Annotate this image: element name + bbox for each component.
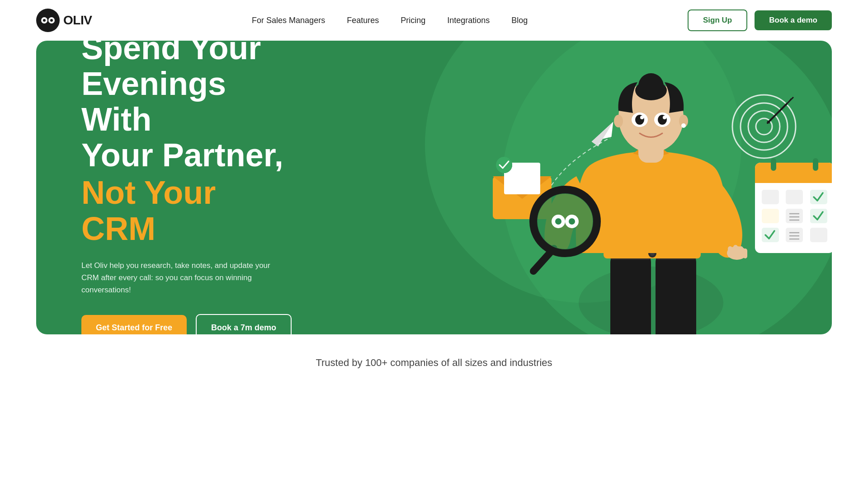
svg-point-58: [555, 218, 561, 225]
svg-rect-28: [810, 190, 827, 204]
svg-point-60: [569, 218, 575, 225]
trusted-section: Trusted by 100+ companies of all sizes a…: [0, 334, 868, 378]
svg-rect-43: [656, 253, 696, 334]
svg-rect-50: [728, 246, 732, 258]
svg-rect-34: [810, 209, 827, 223]
hero-buttons: Get Started for Free Book a 7m demo: [81, 314, 294, 334]
svg-point-10: [496, 157, 512, 173]
svg-rect-53: [743, 249, 747, 258]
svg-point-4: [50, 19, 53, 22]
svg-rect-40: [810, 228, 827, 242]
logo[interactable]: OLIV: [36, 9, 92, 32]
nav-item-sales-managers[interactable]: For Sales Managers: [252, 16, 325, 25]
hero-illustration: [425, 41, 832, 334]
svg-rect-23: [755, 174, 832, 183]
svg-point-2: [43, 19, 46, 22]
navbar: OLIV For Sales Managers Features Pricing…: [0, 0, 868, 41]
nav-links: For Sales Managers Features Pricing Inte…: [252, 16, 528, 25]
svg-rect-36: [786, 228, 803, 242]
svg-rect-25: [813, 158, 818, 171]
nav-actions: Sign Up Book a demo: [688, 9, 832, 31]
svg-rect-42: [610, 253, 651, 334]
svg-rect-29: [762, 209, 779, 223]
svg-point-70: [663, 116, 666, 119]
hero-section: Spend Your Evenings With Your Partner, N…: [36, 41, 832, 334]
logo-icon: [36, 9, 60, 32]
book-demo-nav-button[interactable]: Book a demo: [755, 10, 832, 30]
nav-item-integrations[interactable]: Integrations: [447, 16, 490, 25]
hero-title-orange: Not Your CRM: [81, 175, 294, 246]
nav-item-pricing[interactable]: Pricing: [401, 16, 425, 25]
svg-point-0: [36, 9, 60, 32]
svg-point-71: [614, 115, 623, 127]
book-demo-button[interactable]: Book a 7m demo: [196, 314, 292, 334]
svg-rect-35: [762, 228, 779, 242]
trusted-text: Trusted by 100+ companies of all sizes a…: [0, 357, 868, 369]
hero-content: Spend Your Evenings With Your Partner, N…: [36, 41, 330, 334]
svg-point-73: [681, 123, 686, 128]
svg-rect-30: [786, 209, 803, 223]
nav-item-blog[interactable]: Blog: [511, 16, 528, 25]
logo-text: OLIV: [63, 13, 92, 28]
svg-rect-51: [733, 245, 738, 258]
svg-point-69: [640, 116, 644, 119]
get-started-button[interactable]: Get Started for Free: [81, 315, 187, 334]
signup-button[interactable]: Sign Up: [688, 9, 747, 31]
svg-rect-27: [786, 190, 803, 204]
svg-point-64: [638, 73, 664, 99]
svg-rect-52: [739, 246, 743, 258]
nav-item-features[interactable]: Features: [347, 16, 379, 25]
svg-rect-26: [762, 190, 779, 204]
hero-title-white: Spend Your Evenings With Your Partner,: [81, 41, 294, 173]
svg-rect-24: [771, 158, 776, 171]
hero-subtitle: Let Oliv help you research, take notes, …: [81, 259, 271, 296]
